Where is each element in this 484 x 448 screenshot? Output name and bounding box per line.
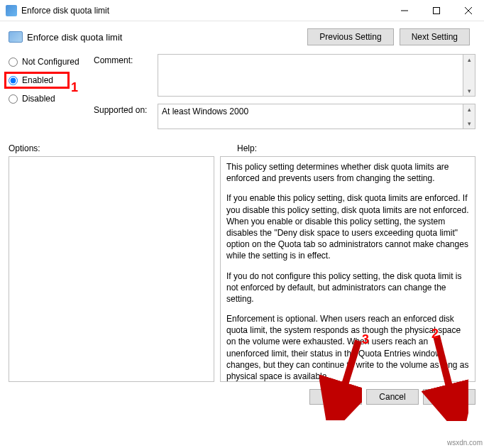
supported-label: Supported on:	[94, 104, 158, 115]
comment-textarea[interactable]	[158, 54, 463, 97]
radio-disabled-input[interactable]	[9, 94, 18, 104]
annotation-2: 2	[431, 327, 439, 342]
close-button[interactable]	[452, 0, 484, 21]
options-label: Options:	[9, 143, 237, 153]
help-paragraph: If you enable this policy setting, disk …	[226, 192, 472, 261]
help-label: Help:	[237, 143, 475, 153]
radio-not-configured[interactable]: Not Configured	[9, 57, 94, 67]
cancel-button[interactable]: Cancel	[366, 389, 419, 405]
supported-field: At least Windows 2000	[158, 104, 463, 129]
help-paragraph: Enforcement is optional. When users reac…	[226, 313, 472, 382]
radio-label: Not Configured	[22, 57, 79, 67]
comment-label: Comment:	[94, 54, 158, 65]
radio-enabled-input[interactable]	[9, 76, 18, 85]
window-controls	[388, 0, 484, 21]
radio-enabled[interactable]: Enabled	[9, 75, 94, 85]
ok-button[interactable]: OK	[309, 389, 362, 405]
radio-label: Disabled	[22, 94, 55, 104]
radio-not-configured-input[interactable]	[9, 58, 18, 67]
titlebar: Enforce disk quota limit	[0, 0, 484, 21]
radio-label: Enabled	[22, 75, 53, 85]
annotation-1: 1	[71, 80, 78, 95]
comment-scrollbar[interactable]: ▴▾	[463, 54, 475, 97]
subtitle-row: Enforce disk quota limit Previous Settin…	[0, 21, 484, 48]
footer: OK Cancel Apply	[0, 382, 484, 412]
help-paragraph: This policy setting determines whether d…	[226, 161, 472, 184]
app-icon	[6, 5, 17, 16]
previous-setting-button[interactable]: Previous Setting	[307, 28, 393, 45]
annotation-3: 3	[362, 332, 369, 347]
apply-button[interactable]: Apply	[423, 389, 475, 405]
policy-title: Enforce disk quota limit	[27, 32, 307, 43]
radio-column: Not Configured Enabled Disabled	[9, 54, 94, 136]
maximize-button[interactable]	[420, 0, 452, 21]
radio-disabled[interactable]: Disabled	[9, 94, 94, 104]
minimize-button[interactable]	[388, 0, 420, 21]
supported-scrollbar[interactable]: ▴▾	[463, 104, 475, 129]
next-setting-button[interactable]: Next Setting	[400, 28, 470, 45]
options-box	[9, 156, 214, 382]
help-paragraph: If you do not configure this policy sett…	[226, 271, 472, 305]
watermark: wsxdn.com	[447, 439, 483, 447]
policy-icon	[9, 31, 23, 43]
window-title: Enforce disk quota limit	[21, 6, 388, 16]
svg-rect-1	[433, 7, 439, 13]
help-box[interactable]: This policy setting determines whether d…	[220, 156, 475, 382]
